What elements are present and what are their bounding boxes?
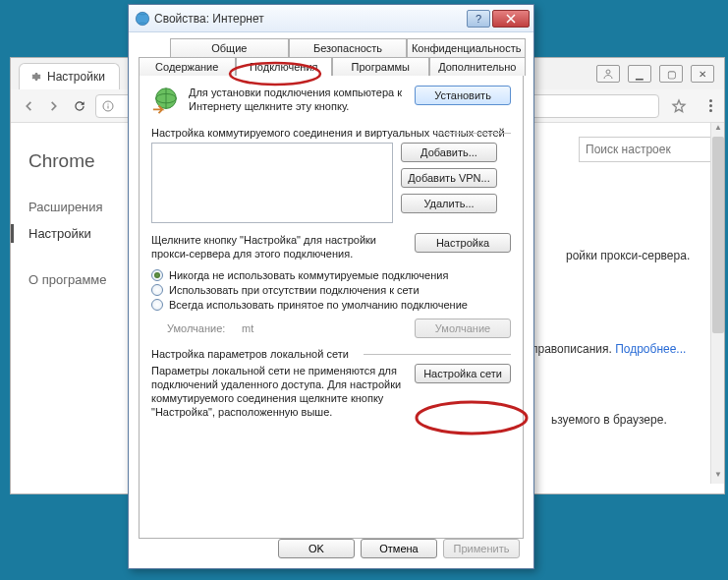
tab-programs[interactable]: Программы bbox=[332, 57, 429, 76]
tab-general[interactable]: Общие bbox=[170, 38, 289, 57]
default-label: Умолчание: bbox=[167, 322, 234, 334]
body-text-proxy: ройки прокси-сервера. bbox=[566, 249, 690, 262]
back-button[interactable] bbox=[19, 96, 38, 116]
ok-button[interactable]: OK bbox=[278, 539, 355, 558]
body-text-spell: правописания. Подробнее... bbox=[532, 342, 686, 356]
svg-point-1 bbox=[606, 70, 610, 74]
help-button[interactable]: ? bbox=[467, 10, 490, 28]
globe-icon bbox=[135, 11, 150, 27]
delete-button[interactable]: Удалить... bbox=[401, 194, 497, 213]
scroll-up-arrow[interactable]: ▲ bbox=[711, 123, 724, 137]
bookmark-star-icon[interactable] bbox=[671, 98, 687, 114]
dialog-titlebar[interactable]: Свойства: Интернет ? bbox=[129, 5, 533, 32]
tab-advanced[interactable]: Дополнительно bbox=[429, 57, 527, 76]
default-value: mt bbox=[242, 322, 340, 334]
minimize-button[interactable]: ▁ bbox=[628, 65, 651, 83]
install-button[interactable]: Установить bbox=[415, 86, 511, 105]
scrollbar[interactable]: ▲ ▼ bbox=[710, 123, 724, 484]
lan-section-label: Настройка параметров локальной сети bbox=[151, 348, 511, 360]
user-icon[interactable] bbox=[596, 65, 620, 83]
tab-connections[interactable]: Подключения bbox=[236, 57, 333, 76]
settings-button[interactable]: Настройка bbox=[415, 233, 511, 253]
learn-more-link[interactable]: Подробнее... bbox=[615, 342, 686, 356]
sidebar-title: Chrome bbox=[28, 150, 139, 172]
radio-icon bbox=[151, 299, 163, 311]
dialog-footer: OK Отмена Применить bbox=[278, 539, 520, 558]
reload-button[interactable] bbox=[70, 96, 89, 116]
apply-button: Применить bbox=[443, 539, 520, 558]
sidebar-item-about[interactable]: О программе bbox=[28, 266, 139, 293]
sidebar-item-extensions[interactable]: Расширения bbox=[28, 194, 139, 220]
proxy-text: Щелкните кнопку "Настройка" для настройк… bbox=[151, 233, 407, 261]
chrome-window-controls: ▁ ▢ ✕ bbox=[596, 65, 714, 83]
globe-install-icon bbox=[151, 86, 181, 115]
body-text-browser: ьзуемого в браузере. bbox=[551, 413, 667, 427]
lan-text: Параметры локальной сети не применяются … bbox=[151, 364, 407, 420]
settings-sidebar: Chrome Расширения Настройки О программе bbox=[11, 123, 139, 484]
scroll-thumb[interactable] bbox=[712, 137, 724, 333]
tab-content-connections: Для установки подключения компьютера к И… bbox=[139, 75, 524, 539]
radio-never[interactable]: Никогда не использовать коммутируемые по… bbox=[151, 269, 511, 281]
add-vpn-button[interactable]: Добавить VPN... bbox=[401, 168, 497, 188]
tab-security[interactable]: Безопасность bbox=[289, 38, 408, 57]
dialog-tabs: Общие Безопасность Конфиденциальность bbox=[170, 38, 526, 57]
chrome-tab-label: Настройки bbox=[47, 70, 105, 84]
chrome-tab-settings[interactable]: Настройки bbox=[19, 63, 120, 89]
search-input[interactable] bbox=[579, 137, 716, 162]
maximize-button[interactable]: ▢ bbox=[659, 65, 683, 83]
dial-section-label: Настройка коммутируемого соединения и ви… bbox=[151, 127, 511, 139]
chrome-menu-button[interactable] bbox=[704, 98, 716, 114]
close-button[interactable]: ✕ bbox=[691, 65, 714, 83]
internet-properties-dialog: Свойства: Интернет ? Общие Безопасность … bbox=[128, 4, 534, 569]
lan-settings-button[interactable]: Настройка сети bbox=[415, 364, 511, 383]
radio-when-offline[interactable]: Использовать при отсутствии подключения … bbox=[151, 284, 511, 296]
tab-content[interactable]: Содержание bbox=[139, 57, 236, 76]
set-default-button: Умолчание bbox=[415, 319, 511, 338]
cancel-button[interactable]: Отмена bbox=[361, 539, 437, 558]
forward-button[interactable] bbox=[44, 96, 64, 116]
dialog-title: Свойства: Интернет bbox=[154, 12, 467, 26]
install-text: Для установки подключения компьютера к И… bbox=[189, 86, 407, 114]
info-icon bbox=[102, 100, 114, 112]
scroll-down-arrow[interactable]: ▼ bbox=[711, 470, 724, 484]
dial-connections-list[interactable] bbox=[151, 143, 393, 223]
radio-always[interactable]: Всегда использовать принятое по умолчани… bbox=[151, 299, 511, 311]
radio-icon bbox=[151, 269, 163, 281]
sidebar-item-settings[interactable]: Настройки bbox=[28, 220, 139, 247]
radio-icon bbox=[151, 284, 163, 296]
tab-privacy[interactable]: Конфиденциальность bbox=[407, 38, 526, 57]
gear-icon bbox=[29, 71, 41, 83]
dialog-close-button[interactable] bbox=[492, 10, 530, 28]
add-button[interactable]: Добавить... bbox=[401, 143, 497, 162]
